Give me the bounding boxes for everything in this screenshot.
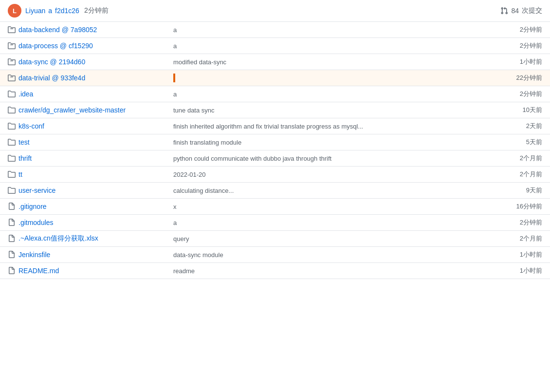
file-name-link[interactable]: data-trivial @ 933fe4d — [18, 74, 85, 82]
commit-time: 1小时前 — [458, 247, 550, 263]
commit-time: 22分钟前 — [458, 70, 550, 86]
commit-count-icon — [500, 7, 508, 15]
commit-time: 2分钟前 — [458, 215, 550, 231]
table-row: crawler/dg_crawler_website-mastertune da… — [0, 102, 550, 118]
commit-time: 16分钟前 — [458, 199, 550, 215]
table-row: testfinish translating module5天前 — [0, 134, 550, 150]
commit-message: modified data-sync — [173, 58, 226, 66]
folder-icon — [8, 187, 16, 194]
file-icon — [8, 235, 16, 243]
table-row: k8s-conffinish inherited algorithm and f… — [0, 118, 550, 134]
table-row: README.mdreadme1小时前 — [0, 263, 550, 279]
folder-icon — [8, 106, 16, 114]
file-name-link[interactable]: README.md — [18, 267, 59, 275]
commit-time: 2分钟前 — [458, 22, 550, 38]
folder-icon — [8, 154, 16, 162]
commit-time: 2天前 — [458, 118, 550, 134]
branch-link[interactable]: a — [48, 7, 52, 15]
folder-icon — [8, 90, 16, 98]
author-link[interactable]: Liyuan — [25, 7, 45, 15]
file-name-link[interactable]: .~Alexa.cn值得分获取.xlsx — [18, 234, 98, 243]
commit-time: 1小时前 — [458, 54, 550, 70]
commit-message: a — [173, 91, 177, 98]
submodule-folder-icon — [8, 26, 16, 34]
submodule-folder-icon — [8, 58, 16, 66]
file-name-link[interactable]: data-backend @ 7a98052 — [18, 26, 97, 34]
table-row: data-trivial @ 933fe4d22分钟前 — [0, 70, 550, 86]
table-row: .gitmodulesa2分钟前 — [0, 215, 550, 231]
commit-count-area: 84 次提交 — [500, 6, 542, 15]
commit-time: 2分钟前 — [458, 86, 550, 102]
submodule-folder-icon — [8, 42, 16, 50]
commit-header: L Liyuan a f2d1c26 2分钟前 84 次提交 — [0, 0, 550, 22]
orange-indicator — [173, 74, 175, 82]
commit-message: a — [173, 26, 177, 34]
file-name-link[interactable]: test — [18, 138, 30, 146]
commit-hash[interactable]: f2d1c26 — [55, 7, 79, 15]
table-row: tt2022-01-202个月前 — [0, 167, 550, 183]
commit-message: finish translating module — [173, 139, 241, 146]
file-name-link[interactable]: k8s-conf — [18, 122, 44, 130]
file-name-link[interactable]: thrift — [18, 154, 32, 162]
commit-message: a — [173, 219, 177, 226]
table-row: Jenkinsfiledata-sync module1小时前 — [0, 247, 550, 263]
commit-message: x — [173, 203, 177, 210]
file-name-link[interactable]: .gitmodules — [18, 219, 54, 226]
folder-icon — [8, 138, 16, 146]
folder-icon — [8, 122, 16, 130]
commit-time: 2个月前 — [458, 167, 550, 183]
commit-message: query — [173, 235, 189, 243]
file-name-link[interactable]: Jenkinsfile — [18, 251, 50, 259]
submodule-folder-icon — [8, 74, 16, 82]
table-row: thriftpython could communicate with dubb… — [0, 150, 550, 167]
file-name-link[interactable]: tt — [18, 170, 22, 178]
commit-message: calculating distance... — [173, 187, 234, 194]
file-table: data-backend @ 7a98052a2分钟前 data-process… — [0, 22, 550, 279]
file-name-link[interactable]: crawler/dg_crawler_website-master — [18, 106, 126, 114]
file-name-link[interactable]: data-sync @ 2194d60 — [18, 58, 85, 66]
commit-time: 2个月前 — [458, 150, 550, 167]
commit-time: 9天前 — [458, 183, 550, 199]
commit-time: 2个月前 — [458, 231, 550, 247]
commit-time: 2分钟前 — [84, 6, 109, 15]
commit-time: 5天前 — [458, 134, 550, 150]
table-row: data-backend @ 7a98052a2分钟前 — [0, 22, 550, 38]
commit-time: 2分钟前 — [458, 38, 550, 54]
file-name-link[interactable]: .idea — [18, 90, 33, 98]
file-name-link[interactable]: user-service — [18, 187, 55, 194]
file-name-link[interactable]: data-process @ cf15290 — [18, 42, 93, 50]
table-row: user-servicecalculating distance...9天前 — [0, 183, 550, 199]
table-row: data-process @ cf15290a2分钟前 — [0, 38, 550, 54]
commit-label: 次提交 — [522, 6, 542, 15]
commit-message: a — [173, 42, 177, 50]
file-icon — [8, 267, 16, 275]
commit-message: finish inherited algorithm and fix trivi… — [173, 123, 363, 130]
commit-time: 10天前 — [458, 102, 550, 118]
table-row: .ideaa2分钟前 — [0, 86, 550, 102]
avatar: L — [8, 4, 21, 18]
commit-time: 1小时前 — [458, 263, 550, 279]
commit-message: python could communicate with dubbo java… — [173, 155, 331, 162]
table-row: data-sync @ 2194d60modified data-sync1小时… — [0, 54, 550, 70]
commit-message: tune data sync — [173, 107, 215, 114]
commit-message: readme — [173, 267, 195, 275]
file-icon — [8, 251, 16, 259]
commit-message: data-sync module — [173, 251, 223, 259]
commit-count: 84 — [511, 7, 519, 15]
commit-message: 2022-01-20 — [173, 171, 206, 178]
table-row: .~Alexa.cn值得分获取.xlsxquery2个月前 — [0, 231, 550, 247]
file-name-link[interactable]: .gitignore — [18, 203, 47, 210]
folder-icon — [8, 170, 16, 178]
table-row: .gitignorex16分钟前 — [0, 199, 550, 215]
file-icon — [8, 203, 16, 210]
file-icon — [8, 219, 16, 226]
